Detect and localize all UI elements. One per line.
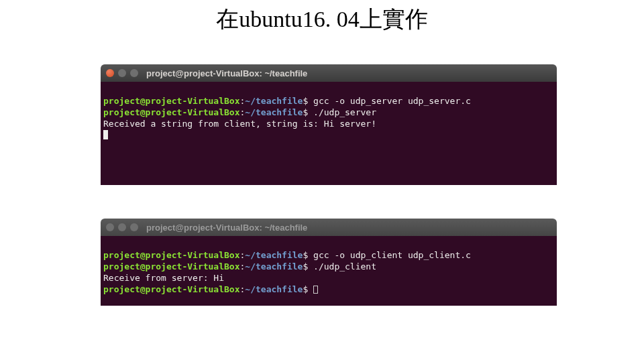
prompt-path: ~/teachfile [245,284,303,294]
titlebar-server[interactable]: project@project-VirtualBox: ~/teachfile [101,64,557,82]
prompt-userhost: project@project-VirtualBox [103,284,240,294]
prompt-userhost: project@project-VirtualBox [103,107,240,117]
window-title: project@project-VirtualBox: ~/teachfile [146,223,307,233]
prompt-userhost: project@project-VirtualBox [103,250,240,260]
prompt-path: ~/teachfile [245,250,303,260]
cursor-icon [103,130,108,139]
prompt-dollar: $ [303,284,308,294]
output-text: Received a string from client, string is… [103,119,376,129]
prompt-userhost: project@project-VirtualBox [103,96,240,106]
terminal-server-window: project@project-VirtualBox: ~/teachfile … [101,64,557,185]
close-icon[interactable] [106,223,114,231]
output-text: Receive from server: Hi [103,273,224,283]
prompt-dollar: $ [303,250,308,260]
prompt-dollar: $ [303,261,308,272]
titlebar-client[interactable]: project@project-VirtualBox: ~/teachfile [101,219,557,236]
slide-title: 在ubuntu16. 04上實作 [0,0,644,47]
prompt-path: ~/teachfile [245,96,303,106]
prompt-userhost: project@project-VirtualBox [103,261,240,272]
prompt-path: ~/teachfile [245,107,303,117]
command-text: gcc -o udp_client udp_client.c [313,250,471,260]
minimize-icon[interactable] [118,69,126,77]
prompt-path: ~/teachfile [245,261,303,272]
prompt-dollar: $ [303,107,308,117]
command-text: gcc -o udp_server udp_server.c [313,96,471,106]
close-icon[interactable] [106,69,114,77]
minimize-icon[interactable] [118,223,126,231]
terminal-client-body[interactable]: project@project-VirtualBox:~/teachfile$ … [101,236,557,306]
command-text: ./udp_server [313,107,376,117]
terminal-server-body[interactable]: project@project-VirtualBox:~/teachfile$ … [101,82,557,185]
cursor-icon [313,286,318,294]
maximize-icon[interactable] [130,69,138,77]
command-text: ./udp_client [313,261,376,272]
window-title: project@project-VirtualBox: ~/teachfile [146,68,307,78]
maximize-icon[interactable] [130,223,138,231]
prompt-dollar: $ [303,96,308,106]
terminal-client-window: project@project-VirtualBox: ~/teachfile … [101,219,557,306]
